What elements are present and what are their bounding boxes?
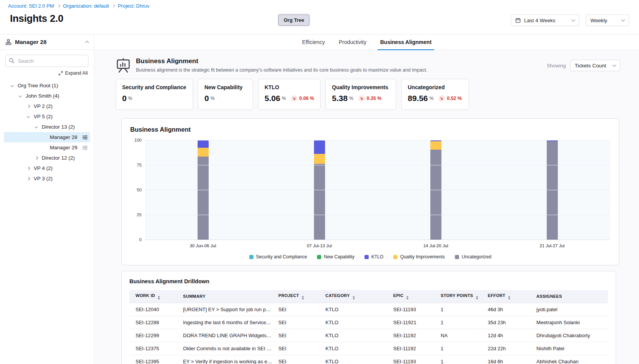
kpi-card-uncategorized: Uncategorized89.56%0.52 %: [401, 79, 469, 110]
legend-item-uncategorized[interactable]: Uncategorized: [455, 254, 491, 260]
chevron-down-icon[interactable]: [17, 95, 23, 97]
column-header-work-id[interactable]: WORK ID: [129, 290, 177, 303]
sort-icon[interactable]: [508, 296, 510, 300]
tab-productivity[interactable]: Productivity: [339, 34, 366, 50]
breadcrumb: Account: SEI 2.0 PMOrganization: default…: [8, 3, 149, 9]
sort-icon[interactable]: [302, 296, 304, 300]
legend-item-quality-improvements[interactable]: Quality Improvements: [393, 254, 445, 260]
legend-swatch: [455, 255, 459, 259]
granularity-select[interactable]: Weekly: [586, 15, 629, 26]
section-text: Business Alignment Business alignment is…: [136, 57, 427, 73]
table-cell: SEI-12040: [129, 303, 177, 316]
column-header-project[interactable]: PROJECT: [272, 290, 319, 303]
table-row[interactable]: SEI-12299DORA TREND LINE GRAPH Widgets i…: [129, 329, 608, 342]
tree-row-director-12-2-[interactable]: Director 12 (2): [4, 153, 90, 163]
column-header-label: WORK ID: [136, 293, 155, 298]
x-axis-labels: 30 Jun-06 Jul07 Jul-13 Jul14 Jul-20 Jul2…: [130, 243, 610, 248]
table-cell: SEI: [272, 342, 319, 355]
column-header-category[interactable]: CATEGORY: [319, 290, 387, 303]
y-tick-label: 50: [129, 188, 142, 192]
chart-title: Business Alignment: [130, 126, 610, 133]
chevron-down-icon[interactable]: [25, 116, 31, 118]
legend-item-ktlo[interactable]: KTLO: [364, 254, 383, 260]
chevron-right-icon[interactable]: [33, 157, 39, 159]
org-tree-button[interactable]: Org Tree: [278, 15, 309, 26]
tree-row-vp-4-2-[interactable]: VP 4 (2): [4, 163, 90, 173]
chevron-right-icon[interactable]: [25, 105, 31, 108]
chevron-right-icon[interactable]: [25, 178, 31, 180]
filter-sliders-icon[interactable]: [82, 145, 88, 150]
section-title: Business Alignment: [136, 57, 427, 65]
tree-row-director-13-2-[interactable]: Director 13 (2): [4, 122, 90, 132]
tree-row-org-tree-root-1-[interactable]: Org Tree Root (1): [4, 80, 90, 91]
legend-item-security-and-compliance[interactable]: Security and Compliance: [249, 254, 307, 260]
table-cell: 1: [435, 355, 482, 364]
x-axis-label: 14 Jul-20 Jul: [378, 243, 494, 248]
chevron-down-icon[interactable]: [9, 85, 15, 87]
chart-plot: 0255075100: [145, 140, 610, 240]
search-input[interactable]: [5, 55, 88, 67]
breadcrumb-link[interactable]: Project: Dhruv: [118, 3, 149, 9]
kpi-unit: %: [349, 96, 353, 101]
org-tree: Org Tree Root (1)John Smith (4)VP 2 (2)V…: [0, 80, 94, 184]
sort-icon[interactable]: [406, 296, 409, 300]
sidebar-header: Manager 28: [0, 34, 94, 50]
tree-row-label: Director 13 (2): [42, 124, 75, 130]
kpi-row: Security and Compliance0%New Capability0…: [116, 79, 639, 110]
table-row[interactable]: SEI-12395EY > Verify if ingestion is wor…: [129, 355, 608, 364]
table-cell: SEI: [272, 355, 319, 364]
chevron-right-icon[interactable]: [25, 167, 31, 170]
kpi-title: Uncategorized: [408, 84, 462, 90]
sort-icon[interactable]: [158, 296, 160, 300]
section-description: Business alignment is the strategic fit …: [136, 67, 427, 73]
table-cell: Abhishek Chauhan: [530, 355, 608, 364]
table-cell: SEI-11192: [387, 329, 435, 342]
breadcrumb-link[interactable]: Account: SEI 2.0 PM: [8, 3, 54, 9]
gridline: [145, 240, 610, 240]
sort-icon[interactable]: [353, 296, 355, 300]
kpi-trend: 0.52 %: [438, 95, 462, 102]
breadcrumb-link[interactable]: Organization: default: [63, 3, 109, 9]
column-header-effort[interactable]: EFFORT: [482, 290, 530, 303]
tree-row-vp-2-2-[interactable]: VP 2 (2): [4, 101, 90, 111]
column-header-story-points[interactable]: STORY POINTS: [435, 290, 482, 303]
presentation-chart-icon: [116, 58, 131, 73]
table-cell: 1: [435, 342, 482, 355]
sort-icon[interactable]: [476, 296, 478, 300]
page-title: Insights 2.0: [10, 13, 63, 24]
expand-all-button[interactable]: Expand All: [6, 70, 88, 76]
showing-select[interactable]: Tickets Count: [570, 60, 620, 71]
content-area: Business Alignment Business alignment is…: [95, 50, 639, 364]
y-tick-label: 100: [129, 138, 142, 142]
tree-row-vp-3-2-[interactable]: VP 3 (2): [4, 173, 90, 184]
tree-row-manager-28[interactable]: Manager 28: [4, 132, 90, 142]
tree-row-john-smith-4-[interactable]: John Smith (4): [4, 91, 90, 101]
table-row[interactable]: SEI-12375Older Commits is not available …: [129, 342, 608, 355]
chevron-up-icon[interactable]: [85, 41, 89, 44]
bar-segment-uncategorized: [198, 157, 209, 240]
column-header-label: EPIC: [393, 293, 404, 298]
kpi-title: KTLO: [265, 84, 314, 90]
table-header-row: WORK IDSUMMARYPROJECTCATEGORYEPICSTORY P…: [129, 290, 608, 303]
arrow-down-right-icon: [358, 95, 365, 102]
legend-item-new-capability[interactable]: New Capability: [317, 254, 355, 260]
chevron-down-icon[interactable]: [33, 126, 39, 128]
kpi-trend-value: 0.35 %: [367, 96, 382, 101]
table-row[interactable]: SEI-12288Ingesting the last 6 months of …: [129, 316, 608, 329]
filter-sliders-icon[interactable]: [82, 135, 88, 140]
tab-efficiency[interactable]: Efficiency: [302, 34, 325, 50]
legend-label: Security and Compliance: [256, 254, 307, 260]
tree-row-vp-5-2-[interactable]: VP 5 (2): [4, 111, 90, 122]
org-tree-sidebar: Manager 28 Expand All Org Tree Root (1)J…: [0, 34, 94, 364]
column-header-label: CATEGORY: [325, 293, 350, 298]
tree-row-manager-29[interactable]: Manager 29: [4, 142, 90, 153]
drilldown-title: Business Alignment Drilldown: [129, 278, 608, 284]
table-row[interactable]: SEI-12040[URGENT] EY > Support for job r…: [129, 303, 608, 316]
calendar-icon: [515, 18, 521, 23]
date-range-select[interactable]: Last 4 Weeks: [511, 15, 579, 26]
tree-row-label: Manager 29: [50, 145, 77, 150]
column-header-epic[interactable]: EPIC: [387, 290, 435, 303]
tab-business-alignment[interactable]: Business Alignment: [380, 34, 431, 50]
x-axis-label: 21 Jul-27 Jul: [494, 243, 610, 248]
chevron-down-icon: [613, 63, 616, 67]
